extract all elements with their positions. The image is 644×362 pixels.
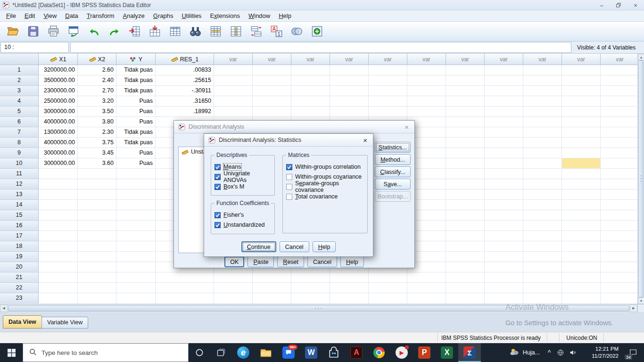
data-cell[interactable] [446, 65, 485, 75]
data-cell[interactable] [116, 252, 156, 262]
data-cell[interactable]: 3000000.00 [39, 158, 78, 169]
column-header-x2[interactable]: X2 [78, 54, 116, 65]
checkbox-unstandardized[interactable]: Unstandardized [215, 221, 271, 229]
toolbar-open-data-button[interactable] [4, 23, 22, 40]
file-explorer-taskbar-icon[interactable] [255, 343, 277, 362]
data-cell[interactable] [523, 252, 562, 262]
data-cell[interactable] [601, 262, 639, 272]
data-cell[interactable] [485, 283, 523, 293]
data-cell[interactable] [523, 210, 562, 221]
toolbar-undo-button[interactable] [85, 23, 103, 40]
data-cell[interactable]: Puas [116, 107, 156, 117]
data-cell[interactable] [446, 148, 485, 158]
toolbar-variables-button[interactable] [166, 23, 184, 40]
data-cell[interactable] [562, 65, 601, 75]
row-header-9[interactable]: 9 [0, 148, 39, 158]
data-cell[interactable] [214, 107, 253, 117]
data-cell[interactable] [446, 200, 485, 210]
data-cell[interactable] [446, 262, 485, 272]
data-cell[interactable]: Puas [116, 96, 156, 107]
data-cell[interactable] [446, 169, 485, 179]
data-cell[interactable] [78, 179, 116, 189]
paste-button[interactable]: Paste [248, 256, 274, 267]
data-cell[interactable] [330, 96, 369, 107]
data-cell[interactable] [562, 179, 601, 189]
data-cell[interactable] [562, 221, 601, 231]
data-cell[interactable] [116, 200, 156, 210]
data-cell[interactable] [446, 189, 485, 200]
vertical-scrollbar[interactable]: ▲ ··· ▼ [637, 54, 644, 304]
data-cell[interactable] [562, 210, 601, 221]
toolbar-show-all-variables-button[interactable] [308, 23, 326, 40]
data-cell[interactable] [214, 272, 253, 283]
data-cell[interactable] [369, 75, 407, 86]
data-cell[interactable] [369, 283, 407, 293]
data-cell[interactable] [523, 200, 562, 210]
data-cell[interactable] [562, 241, 601, 252]
notification-center-icon[interactable]: 34 [622, 343, 644, 362]
toolbar-goto-variable-button[interactable] [146, 23, 164, 40]
data-cell[interactable] [39, 283, 78, 293]
data-cell[interactable] [601, 75, 639, 86]
reset-button[interactable]: Reset [277, 256, 304, 267]
data-cell[interactable] [446, 293, 485, 304]
data-cell[interactable] [523, 86, 562, 96]
data-cell[interactable]: -.30911 [156, 86, 214, 96]
data-cell[interactable] [523, 169, 562, 179]
data-cell[interactable] [562, 127, 601, 138]
toolbar-use-variable-sets-button[interactable] [288, 23, 305, 40]
data-cell[interactable] [601, 200, 639, 210]
menu-edit[interactable]: Edit [20, 11, 39, 21]
network-icon[interactable] [554, 349, 567, 356]
data-cell[interactable] [446, 117, 485, 127]
menu-window[interactable]: Window [244, 11, 274, 21]
column-header-var[interactable]: var [291, 54, 330, 65]
data-cell[interactable] [214, 75, 253, 86]
data-cell[interactable]: .25615 [156, 75, 214, 86]
toolbar-insert-cases-button[interactable] [206, 23, 224, 40]
data-cell[interactable] [601, 148, 639, 158]
data-cell[interactable] [116, 179, 156, 189]
data-cell[interactable] [523, 117, 562, 127]
data-cell[interactable] [562, 283, 601, 293]
data-cell[interactable] [485, 148, 523, 158]
data-cell[interactable]: Puas [116, 158, 156, 169]
data-cell[interactable] [601, 231, 639, 241]
data-cell[interactable] [116, 210, 156, 221]
menu-analyze[interactable]: Analyze [119, 11, 149, 21]
data-cell[interactable] [523, 65, 562, 75]
vertical-scrollbar-thumb[interactable]: ··· [638, 60, 644, 297]
data-cell[interactable] [78, 210, 116, 221]
data-cell[interactable]: Tidak puas [116, 138, 156, 148]
horizontal-scrollbar-thumb[interactable]: ··· [8, 305, 629, 312]
data-cell[interactable] [562, 252, 601, 262]
data-cell[interactable] [116, 262, 156, 272]
data-cell[interactable] [156, 293, 214, 304]
column-header-var[interactable]: var [485, 54, 523, 65]
data-cell[interactable] [39, 210, 78, 221]
data-cell[interactable]: .00833 [156, 65, 214, 75]
row-header-17[interactable]: 17 [0, 231, 39, 241]
save-button[interactable]: Save... [375, 179, 411, 189]
data-cell[interactable] [485, 241, 523, 252]
data-cell[interactable] [78, 231, 116, 241]
scroll-up-icon[interactable]: ▲ [638, 54, 644, 60]
data-cell[interactable] [523, 221, 562, 231]
data-cell[interactable] [291, 283, 330, 293]
tab-variable-view[interactable]: Variable View [41, 317, 88, 329]
data-cell[interactable] [523, 75, 562, 86]
data-cell[interactable] [116, 231, 156, 241]
row-header-20[interactable]: 20 [0, 262, 39, 272]
spss-taskbar-icon[interactable]: Σ [458, 343, 481, 362]
row-header-1[interactable]: 1 [0, 65, 39, 75]
data-cell[interactable] [291, 65, 330, 75]
messaging-taskbar-icon[interactable]: 99+ [277, 343, 300, 362]
menu-help[interactable]: Help [274, 11, 296, 21]
data-cell[interactable] [562, 272, 601, 283]
column-header-var[interactable]: var [369, 54, 407, 65]
data-cell[interactable] [562, 75, 601, 86]
data-cell[interactable] [446, 75, 485, 86]
data-cell[interactable] [562, 107, 601, 117]
data-cell[interactable] [253, 107, 291, 117]
scroll-right-icon[interactable]: ▶ [630, 304, 637, 312]
